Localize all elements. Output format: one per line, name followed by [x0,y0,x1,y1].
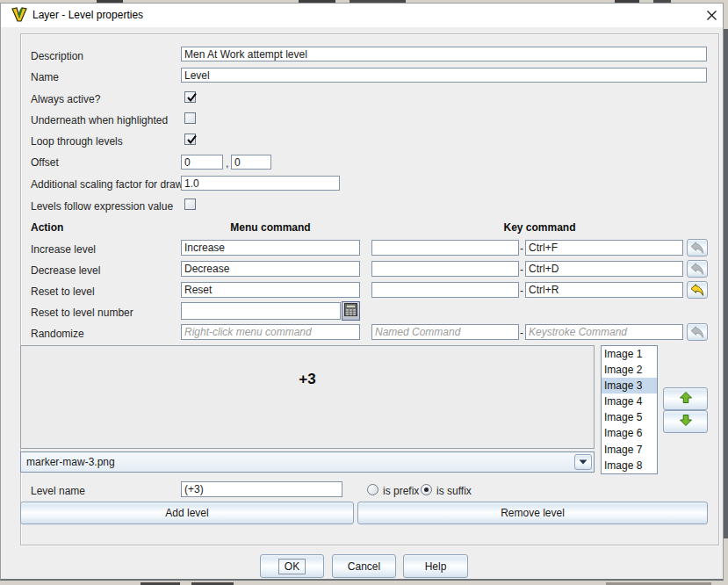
loop-label: Loop through levels [31,135,123,148]
green-arrow-up-icon [679,391,693,407]
image-list-item[interactable]: Image 6 [602,425,657,441]
combo-dropdown-button[interactable] [574,454,592,470]
dash: - [520,264,523,276]
dash: - [520,242,523,255]
image-list-item[interactable]: Image 7 [602,442,657,458]
reset-named-command-input[interactable] [371,282,519,298]
randomize-named-command-input[interactable] [371,324,519,340]
decrease-named-command-input[interactable] [371,261,519,277]
preview-marker-text: +3 [21,371,594,388]
image-list-item[interactable]: Image 4 [602,394,657,409]
randomize-label: Randomize [31,328,84,340]
dash: - [520,285,523,297]
reset-key-input[interactable] [525,282,683,298]
offset-y-input[interactable] [231,155,271,170]
offset-x-input[interactable] [181,155,223,170]
vassal-app-icon [11,6,27,22]
calculator-icon [344,303,357,319]
image-list: Image 1 Image 2 Image 3 Image 4 Image 5 … [601,345,658,474]
scaling-input[interactable] [181,176,340,191]
level-name-label: Level name [31,485,85,497]
scaling-label: Additional scaling factor for draw [31,178,183,191]
reset-menu-input[interactable] [181,282,360,298]
green-arrow-down-icon [679,414,693,430]
image-list-item[interactable]: Image 3 [602,378,657,394]
image-file-value: marker-maw-3.png [26,456,115,468]
decrease-key-input[interactable] [525,261,683,277]
expression-builder-button[interactable] [342,301,360,321]
randomize-undo-button[interactable] [687,323,708,341]
help-button[interactable]: Help [403,554,468,578]
loop-checkbox[interactable] [184,134,196,145]
randomize-key-input[interactable] [525,324,683,340]
underneath-checkbox[interactable] [184,112,196,124]
chevron-down-icon [579,456,587,468]
dash: - [520,327,523,339]
offset-label: Offset [31,156,59,169]
screen: Layer - Level properties Description Nam… [0,0,728,585]
image-list-item[interactable]: Image 2 [602,362,657,378]
ok-button-label: OK [278,559,306,574]
image-preview-panel: +3 [20,345,595,449]
increase-menu-input[interactable] [181,240,360,256]
level-name-input[interactable] [181,481,342,497]
is-prefix-radio[interactable] [367,484,378,495]
add-level-button[interactable]: Add level [20,502,354,524]
key-command-header: Key command [371,221,708,234]
reset-undo-button[interactable] [687,281,708,299]
cancel-button[interactable]: Cancel [332,554,396,578]
background-window-edge [724,29,728,538]
follow-expression-label: Levels follow expression value [31,200,173,213]
increase-level-label: Increase level [31,243,96,256]
name-label: Name [31,71,59,83]
randomize-menu-input[interactable] [181,324,360,340]
underneath-label: Underneath when highlighted [31,114,168,126]
reset-level-number-input[interactable] [181,302,341,320]
increase-key-input[interactable] [525,240,683,256]
is-suffix-label: is suffix [436,485,472,497]
is-suffix-radio[interactable] [421,484,432,495]
decrease-menu-input[interactable] [181,261,360,277]
follow-expression-checkbox[interactable] [184,199,196,210]
window-title: Layer - Level properties [32,9,143,21]
increase-undo-button[interactable] [687,239,708,256]
description-label: Description [31,50,83,62]
always-active-label: Always active? [31,93,100,105]
decrease-undo-button[interactable] [687,260,708,278]
increase-named-command-input[interactable] [371,240,519,256]
image-list-item[interactable]: Image 8 [602,458,657,473]
decrease-level-label: Decrease level [31,264,100,277]
move-level-up-button[interactable] [663,387,708,410]
action-header: Action [31,221,63,234]
reset-level-label: Reset to level [31,285,95,298]
image-list-item[interactable]: Image 5 [602,409,657,425]
always-active-checkbox[interactable] [184,91,196,103]
move-level-down-button[interactable] [663,410,708,433]
name-input[interactable] [181,68,707,83]
close-icon[interactable] [702,6,721,24]
menu-command-header: Menu command [181,221,360,234]
remove-level-button[interactable]: Remove level [357,502,708,524]
image-list-item[interactable]: Image 1 [602,346,657,362]
reset-level-number-label: Reset to level number [31,307,133,319]
ok-button[interactable]: OK [260,554,324,578]
description-input[interactable] [181,47,707,61]
image-file-combobox[interactable]: marker-maw-3.png [20,451,595,473]
is-prefix-label: is prefix [383,485,419,497]
offset-separator: , [226,157,228,170]
